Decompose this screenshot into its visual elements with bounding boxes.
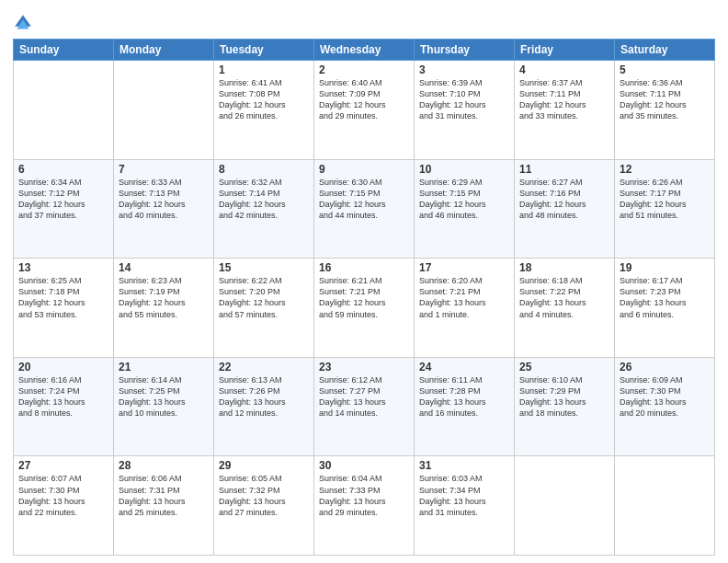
day-info: Sunrise: 6:33 AM Sunset: 7:13 PM Dayligh…: [119, 177, 209, 222]
calendar-cell: 31Sunrise: 6:03 AM Sunset: 7:34 PM Dayli…: [415, 456, 515, 556]
day-of-week-header: Thursday: [415, 40, 515, 61]
day-number: 13: [18, 261, 108, 274]
day-info: Sunrise: 6:27 AM Sunset: 7:16 PM Dayligh…: [519, 177, 609, 222]
calendar-cell: 18Sunrise: 6:18 AM Sunset: 7:22 PM Dayli…: [515, 259, 615, 358]
calendar-cell: 21Sunrise: 6:14 AM Sunset: 7:25 PM Dayli…: [114, 357, 214, 456]
day-number: 14: [119, 261, 209, 274]
calendar-cell: 19Sunrise: 6:17 AM Sunset: 7:23 PM Dayli…: [615, 259, 715, 358]
day-of-week-header: Sunday: [14, 40, 114, 61]
day-info: Sunrise: 6:05 AM Sunset: 7:32 PM Dayligh…: [219, 473, 309, 518]
day-of-week-header: Friday: [515, 40, 615, 61]
day-info: Sunrise: 6:32 AM Sunset: 7:14 PM Dayligh…: [219, 177, 309, 222]
calendar-cell: 25Sunrise: 6:10 AM Sunset: 7:29 PM Dayli…: [515, 357, 615, 456]
day-info: Sunrise: 6:37 AM Sunset: 7:11 PM Dayligh…: [519, 77, 609, 122]
day-of-week-header: Tuesday: [214, 40, 314, 61]
day-of-week-header: Wednesday: [314, 40, 415, 61]
calendar-cell: 17Sunrise: 6:20 AM Sunset: 7:21 PM Dayli…: [415, 259, 515, 358]
day-number: 12: [620, 163, 710, 176]
day-info: Sunrise: 6:16 AM Sunset: 7:24 PM Dayligh…: [18, 374, 108, 419]
calendar-cell: 24Sunrise: 6:11 AM Sunset: 7:28 PM Dayli…: [415, 357, 515, 456]
calendar-cell: 13Sunrise: 6:25 AM Sunset: 7:18 PM Dayli…: [14, 259, 114, 358]
calendar-cell: 4Sunrise: 6:37 AM Sunset: 7:11 PM Daylig…: [515, 61, 615, 160]
calendar-table: SundayMondayTuesdayWednesdayThursdayFrid…: [13, 39, 715, 556]
calendar-cell: 16Sunrise: 6:21 AM Sunset: 7:21 PM Dayli…: [314, 259, 415, 358]
calendar-cell: 27Sunrise: 6:07 AM Sunset: 7:30 PM Dayli…: [14, 456, 114, 556]
day-number: 18: [519, 261, 609, 274]
day-info: Sunrise: 6:09 AM Sunset: 7:30 PM Dayligh…: [620, 374, 710, 419]
logo-icon: [13, 13, 33, 33]
day-number: 25: [519, 361, 609, 373]
day-number: 10: [419, 163, 509, 176]
day-info: Sunrise: 6:41 AM Sunset: 7:08 PM Dayligh…: [219, 77, 309, 122]
calendar-cell: 20Sunrise: 6:16 AM Sunset: 7:24 PM Dayli…: [14, 357, 114, 456]
day-of-week-header: Saturday: [615, 40, 715, 61]
day-info: Sunrise: 6:11 AM Sunset: 7:28 PM Dayligh…: [419, 374, 509, 419]
day-number: 27: [18, 459, 108, 472]
day-info: Sunrise: 6:03 AM Sunset: 7:34 PM Dayligh…: [419, 473, 509, 518]
calendar-cell: 2Sunrise: 6:40 AM Sunset: 7:09 PM Daylig…: [314, 61, 415, 160]
calendar-cell: 29Sunrise: 6:05 AM Sunset: 7:32 PM Dayli…: [214, 456, 314, 556]
calendar-cell: 26Sunrise: 6:09 AM Sunset: 7:30 PM Dayli…: [615, 357, 715, 456]
day-info: Sunrise: 6:18 AM Sunset: 7:22 PM Dayligh…: [519, 275, 609, 320]
calendar-week-row: 6Sunrise: 6:34 AM Sunset: 7:12 PM Daylig…: [14, 159, 715, 259]
day-info: Sunrise: 6:26 AM Sunset: 7:17 PM Dayligh…: [620, 177, 710, 222]
calendar-cell: 14Sunrise: 6:23 AM Sunset: 7:19 PM Dayli…: [114, 259, 214, 358]
calendar-cell: 30Sunrise: 6:04 AM Sunset: 7:33 PM Dayli…: [314, 456, 415, 556]
day-number: 23: [319, 361, 409, 373]
day-number: 5: [620, 63, 710, 76]
calendar-cell: 9Sunrise: 6:30 AM Sunset: 7:15 PM Daylig…: [314, 159, 415, 259]
day-number: 17: [419, 261, 509, 274]
day-info: Sunrise: 6:30 AM Sunset: 7:15 PM Dayligh…: [319, 177, 409, 222]
calendar-cell: [14, 61, 114, 160]
day-info: Sunrise: 6:17 AM Sunset: 7:23 PM Dayligh…: [620, 275, 710, 320]
calendar-cell: 23Sunrise: 6:12 AM Sunset: 7:27 PM Dayli…: [314, 357, 415, 456]
day-info: Sunrise: 6:25 AM Sunset: 7:18 PM Dayligh…: [18, 275, 108, 320]
day-info: Sunrise: 6:04 AM Sunset: 7:33 PM Dayligh…: [319, 473, 409, 518]
day-number: 8: [219, 163, 309, 176]
calendar-cell: [615, 456, 715, 556]
day-number: 26: [620, 361, 710, 373]
day-number: 7: [119, 163, 209, 176]
day-info: Sunrise: 6:36 AM Sunset: 7:11 PM Dayligh…: [620, 77, 710, 122]
day-number: 9: [319, 163, 409, 176]
day-number: 22: [219, 361, 309, 373]
day-number: 24: [419, 361, 509, 373]
calendar-cell: [114, 61, 214, 160]
day-number: 4: [519, 63, 609, 76]
day-info: Sunrise: 6:39 AM Sunset: 7:10 PM Dayligh…: [419, 77, 509, 122]
calendar-week-row: 27Sunrise: 6:07 AM Sunset: 7:30 PM Dayli…: [14, 456, 715, 556]
logo: [13, 13, 35, 33]
header: [13, 9, 715, 33]
day-info: Sunrise: 6:07 AM Sunset: 7:30 PM Dayligh…: [18, 473, 108, 518]
day-info: Sunrise: 6:14 AM Sunset: 7:25 PM Dayligh…: [119, 374, 209, 419]
day-info: Sunrise: 6:06 AM Sunset: 7:31 PM Dayligh…: [119, 473, 209, 518]
calendar-cell: [515, 456, 615, 556]
calendar-week-row: 13Sunrise: 6:25 AM Sunset: 7:18 PM Dayli…: [14, 259, 715, 358]
day-number: 6: [18, 163, 108, 176]
day-number: 19: [620, 261, 710, 274]
calendar-week-row: 20Sunrise: 6:16 AM Sunset: 7:24 PM Dayli…: [14, 357, 715, 456]
calendar-cell: 22Sunrise: 6:13 AM Sunset: 7:26 PM Dayli…: [214, 357, 314, 456]
day-number: 16: [319, 261, 409, 274]
day-number: 11: [519, 163, 609, 176]
day-info: Sunrise: 6:10 AM Sunset: 7:29 PM Dayligh…: [519, 374, 609, 419]
day-info: Sunrise: 6:40 AM Sunset: 7:09 PM Dayligh…: [319, 77, 409, 122]
day-info: Sunrise: 6:20 AM Sunset: 7:21 PM Dayligh…: [419, 275, 509, 320]
day-number: 31: [419, 459, 509, 472]
calendar-cell: 8Sunrise: 6:32 AM Sunset: 7:14 PM Daylig…: [214, 159, 314, 259]
calendar-cell: 5Sunrise: 6:36 AM Sunset: 7:11 PM Daylig…: [615, 61, 715, 160]
day-number: 1: [219, 63, 309, 76]
day-info: Sunrise: 6:29 AM Sunset: 7:15 PM Dayligh…: [419, 177, 509, 222]
calendar-week-row: 1Sunrise: 6:41 AM Sunset: 7:08 PM Daylig…: [14, 61, 715, 160]
calendar-cell: 7Sunrise: 6:33 AM Sunset: 7:13 PM Daylig…: [114, 159, 214, 259]
day-number: 28: [119, 459, 209, 472]
day-of-week-header: Monday: [114, 40, 214, 61]
day-info: Sunrise: 6:12 AM Sunset: 7:27 PM Dayligh…: [319, 374, 409, 419]
page: SundayMondayTuesdayWednesdayThursdayFrid…: [0, 0, 728, 563]
day-info: Sunrise: 6:22 AM Sunset: 7:20 PM Dayligh…: [219, 275, 309, 320]
day-number: 2: [319, 63, 409, 76]
day-info: Sunrise: 6:23 AM Sunset: 7:19 PM Dayligh…: [119, 275, 209, 320]
day-number: 3: [419, 63, 509, 76]
calendar-cell: 1Sunrise: 6:41 AM Sunset: 7:08 PM Daylig…: [214, 61, 314, 160]
day-number: 21: [119, 361, 209, 373]
